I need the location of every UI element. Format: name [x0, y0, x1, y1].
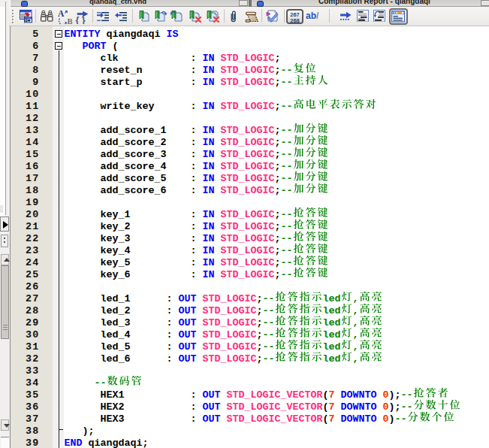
svg-text:B: B — [68, 17, 73, 24]
svg-text:{: { — [76, 15, 80, 24]
svg-text:A: A — [58, 10, 65, 18]
svg-text:}: } — [82, 15, 86, 24]
